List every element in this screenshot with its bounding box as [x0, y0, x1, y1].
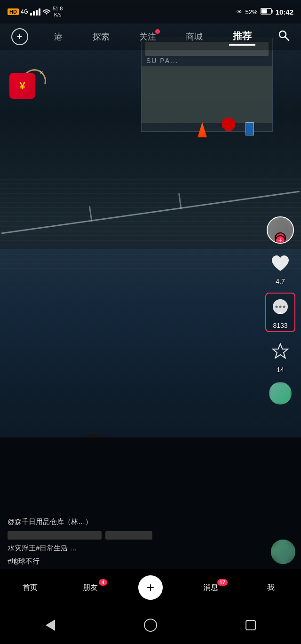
- battery-percent: 52%: [246, 8, 258, 16]
- network-type: 4G: [21, 8, 28, 15]
- signal-bars: [30, 8, 40, 16]
- time-display: 10:42: [276, 8, 293, 16]
- red-envelope[interactable]: ×: [9, 73, 42, 106]
- system-nav: [0, 606, 301, 644]
- nav-home[interactable]: 首页: [11, 583, 49, 593]
- back-button[interactable]: [42, 617, 59, 634]
- comment-action[interactable]: 8133: [265, 293, 295, 332]
- plus-icon: +: [147, 580, 154, 595]
- like-action[interactable]: 4.7: [268, 251, 293, 285]
- scene-stop-sign: [222, 118, 235, 131]
- comment-count: 8133: [273, 322, 287, 329]
- collect-action[interactable]: 14: [268, 340, 293, 374]
- nav-me-label: 我: [267, 583, 275, 593]
- bottom-nav: 首页 朋友 4 + 消息 17 我: [0, 569, 301, 606]
- network-speed: 51.8 K/s: [53, 6, 63, 18]
- messages-badge: 17: [217, 579, 228, 586]
- hd-badge: HD: [8, 8, 19, 15]
- video-caption: @森千日用品仓库（林…） 水灾浮王#日常生活 … #地球不行: [8, 516, 263, 569]
- nav-me[interactable]: 我: [252, 583, 290, 593]
- caption-line2: [8, 529, 263, 541]
- heart-icon-wrap: [268, 251, 293, 276]
- recents-square-icon: [246, 620, 256, 630]
- svg-point-6: [276, 306, 278, 308]
- friends-badge: 4: [99, 579, 107, 586]
- scene-building: [141, 38, 273, 132]
- share-icon-wrap: [268, 381, 293, 405]
- caption-line1: @森千日用品仓库（林…）: [8, 516, 263, 527]
- back-triangle-icon: [46, 620, 55, 631]
- scene-blue-sign: [246, 122, 254, 135]
- star-icon-wrap: [268, 340, 293, 364]
- nav-item-guanzhu[interactable]: 关注: [135, 29, 160, 44]
- follow-button[interactable]: +: [275, 235, 285, 244]
- nav-add[interactable]: +: [132, 575, 169, 600]
- nav-friends-label: 朋友: [83, 583, 98, 593]
- creator-avatar[interactable]: +: [267, 216, 294, 244]
- nav-friends[interactable]: 朋友 4: [71, 583, 109, 593]
- eye-icon: 👁: [237, 8, 243, 16]
- add-button[interactable]: +: [138, 575, 163, 600]
- video-background: [0, 0, 301, 579]
- nav-item-shangcheng[interactable]: 商城: [182, 29, 206, 44]
- nav-messages[interactable]: 消息 17: [192, 583, 230, 593]
- svg-rect-2: [271, 10, 273, 13]
- guanzhu-dot: [155, 29, 160, 34]
- home-circle-icon: [144, 619, 157, 632]
- nav-search-button[interactable]: [277, 29, 290, 44]
- nav-bar: + 港 探索 关注 商城 推荐: [0, 24, 301, 50]
- right-action-panel: + 4.7 8133 14: [265, 216, 295, 405]
- collect-count: 14: [277, 366, 284, 374]
- battery-icon: [261, 8, 273, 16]
- nav-item-tuijian[interactable]: 推荐: [229, 28, 255, 46]
- status-left: HD 4G 51.8 K/s: [8, 6, 63, 18]
- svg-point-7: [279, 306, 282, 308]
- like-count: 4.7: [276, 278, 285, 285]
- avatar-blur-bottom: [271, 540, 295, 564]
- wifi-icon: [42, 8, 51, 16]
- status-right: 👁 52% 10:42: [237, 8, 293, 16]
- nav-item-gang[interactable]: 港: [50, 29, 66, 44]
- home-button[interactable]: [142, 617, 159, 634]
- share-action[interactable]: [268, 381, 293, 405]
- nav-plus-button[interactable]: +: [11, 28, 28, 45]
- comment-icon-wrap: [268, 295, 293, 320]
- nav-item-tansuo[interactable]: 探索: [89, 29, 113, 44]
- water-reflection: [0, 179, 301, 273]
- close-icon[interactable]: ×: [40, 69, 43, 76]
- caption-line3: 水灾浮王#日常生活 …: [8, 542, 263, 554]
- red-envelope-icon: [9, 73, 35, 99]
- caption-line4: #地球不行: [8, 556, 263, 567]
- nav-home-label: 首页: [23, 583, 38, 593]
- bottom-user-avatar[interactable]: [271, 540, 295, 564]
- svg-point-8: [283, 306, 285, 308]
- status-bar: HD 4G 51.8 K/s 👁 52% 10:42: [0, 0, 301, 24]
- svg-line-4: [285, 37, 289, 41]
- nav-messages-label: 消息: [203, 583, 218, 593]
- svg-rect-1: [261, 9, 267, 13]
- recents-button[interactable]: [242, 617, 259, 634]
